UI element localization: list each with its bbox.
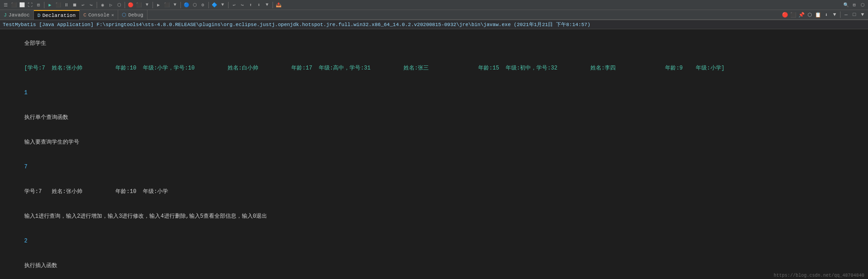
gutter-10 — [16, 262, 22, 268]
tab-spacer — [147, 10, 780, 20]
toolbar-icon-14[interactable]: ⬛ — [135, 1, 142, 9]
debug-tab-icon: ⬡ — [122, 12, 126, 18]
console-line-6: 7 — [3, 155, 865, 179]
console-settings-icon[interactable]: ▼ — [831, 11, 838, 18]
console-icon: C — [83, 12, 87, 18]
declaration-icon: D — [38, 13, 41, 18]
run-icon[interactable]: ▶ — [46, 1, 54, 9]
line-text-4: 执行单个查询函数 — [24, 114, 68, 121]
toolbar-icon-13[interactable]: 🔴 — [127, 1, 134, 9]
new-icon[interactable]: 🔵 — [183, 1, 190, 9]
toolbar-icon-27[interactable]: ▼ — [263, 1, 271, 9]
line-text-8: 输入1进行查询，输入2进行增加，输入3进行修改，输入4进行删除,输入5查看全部信… — [24, 213, 267, 220]
path-text: TestMybatis [Java Application] F:\spring… — [3, 21, 590, 28]
path-bar: TestMybatis [Java Application] F:\spring… — [0, 20, 868, 29]
sep4 — [153, 2, 153, 8]
tab-declaration[interactable]: D Declaration — [34, 10, 80, 20]
javadoc-icon: J — [4, 12, 7, 18]
toolbar-icon-6[interactable]: ⏸ — [63, 1, 70, 9]
view-menu-icon[interactable]: ▼ — [859, 11, 866, 18]
console-line-1: 全部学生 — [3, 31, 865, 56]
toolbar-icon-9[interactable]: ↪ — [87, 1, 95, 9]
gutter-5 — [16, 138, 22, 146]
console-copy-icon[interactable]: ⬡ — [806, 11, 813, 18]
sep1 — [44, 2, 44, 8]
toolbar-icon-26[interactable]: ⬇ — [255, 1, 262, 9]
toolbar-icon-18[interactable]: ▼ — [171, 1, 179, 9]
toolbar-icon-12[interactable]: ⬡ — [115, 1, 123, 9]
toolbar-icon-15[interactable]: ▼ — [143, 1, 151, 9]
toolbar-icon-7[interactable]: ⏹ — [71, 1, 78, 9]
line-text-1: 全部学生 — [24, 40, 46, 47]
console-line-4: 执行单个查询函数 — [3, 105, 865, 130]
console-stop-icon[interactable]: ⬛ — [790, 11, 797, 18]
console-line-5: 输入要查询学生的学号 — [3, 130, 865, 155]
toolbar-icon-10[interactable]: ◉ — [99, 1, 106, 9]
gutter-4 — [16, 113, 22, 122]
console-line-7: 学号:7 姓名:张小帅 年龄:10 年级:小学 — [3, 179, 865, 204]
gutter-8 — [16, 212, 22, 220]
tab-console-label: Console — [88, 12, 109, 18]
toolbar-icon-4[interactable]: ⛶ — [27, 1, 34, 9]
console-line-3: 1 — [3, 80, 865, 105]
tabs-bar: J Javadoc D Declaration C Console ✕ ⬡ De… — [0, 10, 868, 20]
console-pin-icon[interactable]: 📌 — [798, 11, 805, 18]
console-output[interactable]: 全部学生 [学号:7 姓名:张小帅 年龄:10 年级:小学，学号:10 姓名:白… — [0, 29, 868, 268]
sep8 — [273, 2, 273, 8]
console-line-2: [学号:7 姓名:张小帅 年龄:10 年级:小学，学号:10 姓名:白小帅 年龄… — [3, 56, 865, 80]
line-text-7: 学号:7 姓名:张小帅 年龄:10 年级:小学 — [24, 188, 168, 195]
toolbar-icon-25[interactable]: ⬆ — [247, 1, 254, 9]
tab-console-close[interactable]: ✕ — [111, 12, 114, 18]
console-paste-icon[interactable]: 📋 — [814, 11, 822, 18]
export-icon[interactable]: 📤 — [275, 1, 282, 9]
console-sep — [840, 11, 841, 18]
perspective-icon[interactable]: ⬡ — [859, 1, 866, 9]
gutter-7 — [16, 188, 22, 196]
tab-javadoc[interactable]: J Javadoc — [0, 10, 34, 20]
gutter-9 — [16, 237, 22, 245]
toolbar-icon-5[interactable]: ⊞ — [35, 1, 42, 9]
line-text-6: 7 — [24, 164, 27, 170]
line-text-2: [学号:7 姓名:张小帅 年龄:10 年级:小学，学号:10 姓名:白小帅 年龄… — [24, 65, 725, 71]
tab-declaration-label: Declaration — [42, 13, 76, 18]
search-icon[interactable]: 🔍 — [842, 1, 850, 9]
toolbar-icon-16[interactable]: ▶ — [155, 1, 162, 9]
toolbar-icon-21[interactable]: 🔷 — [211, 1, 218, 9]
toolbar-icon-11[interactable]: ▷ — [107, 1, 115, 9]
status-bar: https://blog.csdn.net/qq_48704840 — [770, 272, 868, 279]
toolbar-icon-19[interactable]: ⬡ — [191, 1, 198, 9]
tab-javadoc-label: Javadoc — [9, 12, 30, 18]
line-text-9: 2 — [24, 238, 27, 244]
line-text-10: 执行插入函数 — [24, 263, 57, 268]
grid-icon[interactable]: ⊞ — [851, 1, 858, 9]
toolbar-icon-23[interactable]: ↩ — [230, 1, 238, 9]
tab-debug-label: Debug — [128, 12, 143, 18]
gutter-1 — [16, 39, 22, 48]
tab-console[interactable]: C Console ✕ — [80, 10, 118, 20]
tab-debug[interactable]: ⬡ Debug — [118, 10, 147, 20]
toolbar-icon-17[interactable]: ⬛ — [163, 1, 170, 9]
console-line-8: 输入1进行查询，输入2进行增加，输入3进行修改，输入4进行删除,输入5查看全部信… — [3, 204, 865, 229]
toolbar-icon-3[interactable]: ⬜ — [18, 1, 26, 9]
gutter-6 — [16, 163, 22, 171]
toolbar-icon-22[interactable]: ▼ — [219, 1, 226, 9]
sep3 — [125, 2, 125, 8]
toolbar-icon-2[interactable]: ⬛ — [10, 1, 17, 9]
sep6 — [208, 2, 209, 8]
toolbar-icon-20[interactable]: ⚙ — [199, 1, 207, 9]
toolbar-icon-8[interactable]: ↩ — [79, 1, 87, 9]
toolbar-icon-1[interactable]: ☰ — [2, 1, 9, 9]
debug-icon[interactable]: ⬛ — [55, 1, 62, 9]
line-text-3: 1 — [24, 90, 27, 96]
gutter-2 — [16, 64, 22, 72]
console-scroll-icon[interactable]: ⬇ — [823, 11, 830, 18]
gutter-3 — [16, 89, 22, 97]
status-url: https://blog.csdn.net/qq_48704840 — [774, 273, 864, 278]
sep2 — [97, 2, 97, 8]
console-line-9: 2 — [3, 229, 865, 253]
minimize-icon[interactable]: — — [842, 11, 850, 18]
console-clear-icon[interactable]: 🔴 — [781, 11, 789, 18]
sep5 — [180, 2, 181, 8]
toolbar-icon-24[interactable]: ↪ — [239, 1, 246, 9]
maximize-icon[interactable]: □ — [851, 11, 858, 18]
